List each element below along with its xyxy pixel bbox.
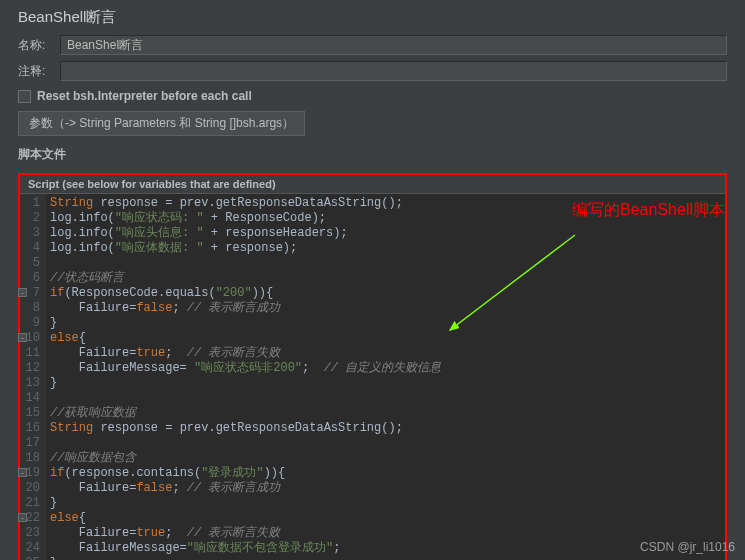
- name-label: 名称:: [18, 37, 60, 54]
- main-panel: BeanShell断言 名称: 注释: Reset bsh.Interprete…: [0, 0, 745, 560]
- comment-input[interactable]: [60, 61, 727, 81]
- script-header-label: Script (see below for variables that are…: [20, 175, 725, 194]
- code-editor[interactable]: 1234567-8910-111213141516171819-202122-2…: [20, 194, 725, 560]
- name-input[interactable]: [60, 35, 727, 55]
- comment-label: 注释:: [18, 63, 60, 80]
- reset-row: Reset bsh.Interpreter before each call: [8, 85, 737, 109]
- script-file-label: 脚本文件: [8, 138, 737, 167]
- params-row: 参数（-> String Parameters 和 String []bsh.a…: [8, 109, 737, 138]
- page-title: BeanShell断言: [8, 4, 737, 33]
- annotation-label: 编写的BeanShell脚本: [572, 200, 725, 221]
- reset-checkbox[interactable]: [18, 90, 31, 103]
- script-container: Script (see below for variables that are…: [18, 173, 727, 560]
- name-row: 名称:: [8, 33, 737, 57]
- watermark: CSDN @jr_li1016: [640, 540, 735, 554]
- reset-checkbox-label: Reset bsh.Interpreter before each call: [37, 89, 252, 103]
- comment-row: 注释:: [8, 59, 737, 83]
- line-gutter: 1234567-8910-111213141516171819-202122-2…: [20, 194, 46, 560]
- params-tab[interactable]: 参数（-> String Parameters 和 String []bsh.a…: [18, 111, 305, 136]
- code-content[interactable]: String response = prev.getResponseDataAs…: [46, 194, 725, 560]
